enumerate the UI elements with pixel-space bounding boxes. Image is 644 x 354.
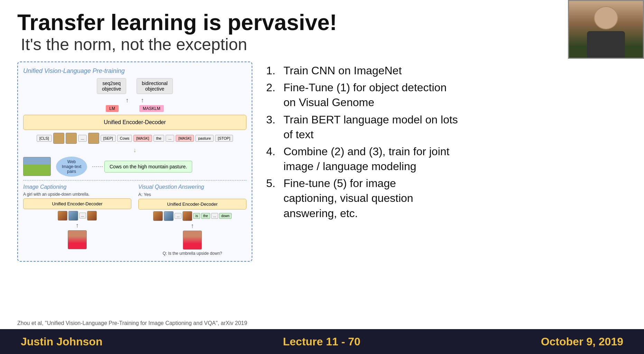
bidirectional-box: bidirectionalobjective [137,78,173,94]
token-the: the [153,135,164,142]
bottom-tasks: Image Captioning A girl with an upside-d… [23,184,246,256]
task1-arrow-up: ↑ [23,222,131,229]
token-stop: [STOP] [215,135,233,142]
task1-tokens: ... [23,211,131,221]
img-caption-row: WebImage-textpairs Cows on the high moun… [23,157,246,177]
token-cls: [CLS] [37,135,52,142]
encoder-decoder-main: Unified Encoder-Decoder [23,115,246,130]
image-token-2 [66,133,77,144]
list-num-5: 5. [266,176,280,221]
slide-body: Unified Vision-Language Pre-training seq… [17,62,627,262]
token-cows: Cows [117,135,132,142]
dashed-divider [23,180,246,180]
token-mask: [MASK] [133,135,152,142]
task2-tokens: ... is the ... down [138,211,246,221]
list-item-4: 4. Combine (2) and (3), train for jointi… [266,144,627,174]
task2-answer: A: Yes [138,192,246,197]
small-img-3 [87,211,97,221]
task1-encoder: Unified Encoder-Decoder [23,198,131,209]
task2-arrow-up: ↑ [138,222,246,230]
task2-label: Visual Question Answering [138,184,246,190]
list-num-2: 2. [266,80,280,110]
arrow-down-1: ↓ [23,147,246,154]
s-token-dots2: ... [175,213,181,219]
token-mask2: [MASK] [176,135,194,142]
list-text-4: Combine (2) and (3), train for jointimag… [283,144,449,174]
s-token-dots: ... [79,213,86,218]
list-item-3: 3. Train BERT language model on lotsof t… [266,112,627,142]
objective-labels: seq2seqobjective bidirectionalobjective [23,78,246,94]
indicator-masklm: MASKLM [139,105,164,112]
person-img-2 [183,231,202,250]
image-token-3 [88,133,99,144]
image-token-1 [53,133,64,144]
landscape-image [23,157,51,176]
seq2seq-box: seq2seqobjective [97,78,126,94]
list-item-5: 5. Fine-tune (5) for imagecaptioning, vi… [266,176,627,221]
main-title: Transfer learning is pervasive! [17,10,627,35]
list-num-4: 4. [266,144,280,174]
task2-question: Q: Is the umbrella upside down? [162,251,222,256]
token-sep: [SEP] [101,135,116,142]
slide-content: Transfer learning is pervasive! It's the… [0,0,644,262]
indicator-lm: LM [106,105,119,112]
citation-bar: Zhou et al, "Unified Vision-Language Pre… [17,320,627,326]
list-num-3: 3. [266,112,280,142]
token-dots1: ... [78,135,87,142]
web-pairs-cloud: WebImage-textpairs [56,157,87,177]
list-num-1: 1. [266,63,280,78]
arrow-up-1: ↑ ↑ [23,97,246,104]
small-img-1 [58,211,67,221]
title-block: Transfer learning is pervasive! It's the… [17,10,627,55]
small-img-5 [164,211,174,221]
subtitle: It's the norm, not the exception [21,35,627,55]
slide-container: Transfer learning is pervasive! It's the… [0,0,644,354]
list-item-2: 2. Fine-Tune (1) for object detectionon … [266,80,627,110]
task1-caption: A girl with an upside-down umbrella. [23,192,131,197]
small-img-4 [153,211,163,221]
small-img-6 [183,211,192,221]
diagram-box: Unified Vision-Language Pre-training seq… [17,62,252,262]
left-diagram: Unified Vision-Language Pre-training seq… [17,62,252,262]
task2-encoder: Unified Encoder-Decoder [138,199,246,209]
numbered-list: 1. Train CNN on ImageNet 2. Fine-Tune (1… [266,63,627,221]
s-token-is: is [193,213,200,219]
s-token-down: down [219,213,232,219]
footer-date: October 9, 2019 [541,335,623,348]
list-text-5: Fine-tune (5) for imagecaptioning, visua… [283,176,413,221]
s-token-the: the [201,213,210,219]
list-item-1: 1. Train CNN on ImageNet [266,63,627,78]
footer-name: Justin Johnson [21,335,102,348]
list-text-2: Fine-Tune (1) for object detectionon Vis… [283,80,447,110]
right-list: 1. Train CNN on ImageNet 2. Fine-Tune (1… [266,62,627,262]
task-vqa: Visual Question Answering A: Yes Unified… [138,184,246,256]
s-token-dots3: ... [211,213,218,219]
small-img-2 [68,211,78,221]
diagram-label-top: Unified Vision-Language Pre-training [23,67,246,75]
caption-text: Cows on the high mountain pasture. [104,161,192,173]
token-pasture: pasture [195,135,214,142]
task1-label: Image Captioning [23,184,131,190]
token-row-main: [CLS] ... [SEP] Cows [MASK] the ... [MAS… [23,133,246,144]
token-dots2: ... [166,135,174,142]
footer-bar: Justin Johnson Lecture 11 - 70 October 9… [0,329,644,354]
task-captioning: Image Captioning A girl with an upside-d… [23,184,131,256]
list-text-3: Train BERT language model on lotsof text [283,112,458,142]
list-text-1: Train CNN on ImageNet [283,63,402,78]
person-img-1 [68,230,87,249]
footer-lecture: Lecture 11 - 70 [283,335,361,348]
